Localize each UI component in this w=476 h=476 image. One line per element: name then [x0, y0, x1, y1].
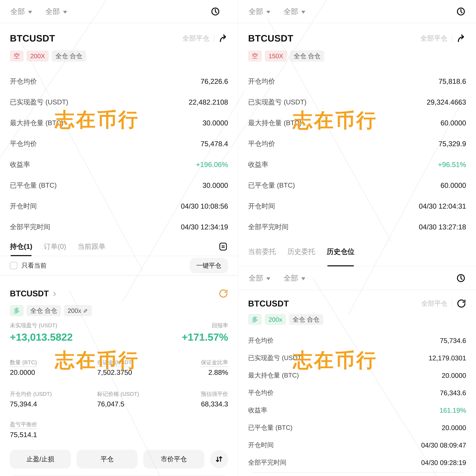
divider	[452, 35, 452, 42]
row-value: 76,226.6	[201, 77, 228, 85]
chevron-right-icon	[51, 291, 57, 297]
chevron-down-icon	[301, 11, 305, 14]
filter-symbol-dropdown[interactable]: 全部	[10, 7, 32, 17]
chevron-down-icon	[266, 11, 270, 14]
symbol-title: BTCUSDT	[248, 299, 289, 308]
row-label: 已实现盈亏 (USDT)	[248, 354, 304, 362]
share-icon[interactable]	[457, 34, 466, 43]
row-label: 最大持仓量 (BTC)	[248, 119, 302, 127]
close-all-label: 全部平仓	[421, 34, 447, 43]
roi-value: +171.57%	[182, 331, 228, 343]
refresh-icon[interactable]	[457, 299, 466, 308]
close-all-label: 全部平仓	[421, 299, 447, 308]
row-close-time: 全部平完时间 04/30 13:27:18	[248, 217, 466, 237]
mark-price-label: 标记价格 (USDT)	[97, 391, 139, 397]
row-value: 161.19%	[440, 406, 466, 414]
row-label: 开仓均价	[248, 77, 275, 86]
row-value: 60.0000	[441, 119, 466, 127]
tab-orders[interactable]: 订单(0)	[44, 237, 66, 256]
margin-ratio-value: 2.88%	[169, 368, 228, 376]
close-all-positions-button[interactable]: 一键平仓	[189, 258, 228, 273]
row-label: 收益率	[10, 160, 30, 169]
tab-order-history[interactable]: 历史委托	[287, 237, 315, 266]
divider	[13, 475, 225, 476]
row-value: 04/30 08:09:47	[421, 441, 466, 449]
position-history-card-2: BTCUSDT 全部平仓 多 200x 全仓 合仓 开仓均价 75,734.6 …	[238, 290, 476, 473]
row-max-position: 最大持仓量 (BTC) 20.0000	[248, 367, 466, 384]
filter-type-dropdown[interactable]: 全部	[45, 7, 67, 17]
right-top-filter-bar: 全部 全部	[238, 0, 476, 23]
row-roi: 收益率 +196.06%	[10, 154, 228, 175]
long-side-badge: 多	[248, 314, 262, 325]
chevron-down-icon	[63, 11, 67, 14]
filter-symbol-dropdown[interactable]: 全部	[249, 273, 270, 283]
margin-label: 保证金 (USDT)	[97, 359, 134, 367]
market-close-button[interactable]: 市价平仓	[143, 450, 204, 469]
history-clock-icon[interactable]	[456, 7, 466, 16]
tab-copy-trading[interactable]: 当前跟单	[78, 237, 105, 256]
row-open-time: 开仓时间 04/30 12:04:31	[248, 196, 466, 217]
leverage-badge[interactable]: 200x	[64, 305, 92, 316]
row-avg-open-price: 开仓均价 76,226.6	[10, 71, 228, 92]
filter-symbol-dropdown[interactable]: 全部	[249, 7, 270, 17]
filter-label: 全部	[284, 7, 298, 17]
chevron-down-icon	[28, 11, 32, 14]
position-filter-bar: 只看当前 一键平仓	[0, 256, 238, 275]
row-value: 22,482.2108	[189, 98, 228, 106]
row-value: 30.0000	[203, 181, 228, 189]
margin-mode-badge: 全仓 合仓	[289, 314, 323, 325]
row-label: 开仓均价	[10, 77, 37, 86]
history-clock-icon[interactable]	[211, 7, 220, 16]
row-roi: 收益率 +96.51%	[248, 154, 466, 175]
history-clock-icon[interactable]	[456, 273, 466, 283]
row-close-time: 全部平完时间 04/30 12:34:19	[10, 217, 228, 237]
row-label: 全部平完时间	[248, 222, 289, 232]
qty-label: 数量 (BTC)	[10, 359, 37, 367]
refresh-icon[interactable]	[219, 289, 228, 298]
tab-position-history[interactable]: 历史仓位	[327, 237, 355, 266]
row-label: 最大持仓量 (BTC)	[10, 119, 64, 127]
row-realized-pnl: 已实现盈亏 (USDT) 12,179.0301	[248, 349, 466, 367]
symbol-title[interactable]: BTCUSDT	[10, 289, 49, 298]
row-label: 已实现盈亏 (USDT)	[248, 98, 306, 107]
qty-value: 20.0000	[10, 368, 97, 376]
row-value: 75,329.9	[439, 140, 466, 148]
long-side-badge: 多	[10, 305, 24, 316]
row-avg-close-price: 平仓均价 75,329.9	[248, 133, 466, 154]
symbol-title: BTCUSDT	[248, 33, 293, 44]
filter-type-dropdown[interactable]: 全部	[284, 7, 305, 17]
reverse-position-button[interactable]	[210, 450, 228, 468]
only-current-checkbox[interactable]	[10, 262, 17, 269]
close-all-label: 全部平仓	[183, 34, 209, 43]
leverage-badge: 150X	[265, 51, 287, 62]
chevron-down-icon	[266, 277, 270, 280]
filter-type-dropdown[interactable]: 全部	[284, 273, 305, 283]
row-value: 20.0000	[442, 424, 466, 432]
row-value: 04/30 09:28:19	[421, 459, 466, 466]
row-label: 最大持仓量 (BTC)	[248, 371, 299, 380]
share-icon[interactable]	[219, 34, 228, 43]
tab-open-orders[interactable]: 当前委托	[248, 237, 276, 266]
tp-sl-button[interactable]: 止盈/止损	[10, 450, 71, 469]
chevron-down-icon	[301, 277, 305, 280]
row-value: 04/30 13:27:18	[419, 223, 466, 231]
breakeven-value: 75,514.1	[10, 431, 37, 439]
margin-mode-badge: 全仓 合仓	[52, 51, 86, 62]
row-label: 平仓均价	[248, 389, 274, 397]
row-label: 开仓时间	[10, 202, 37, 211]
short-side-badge: 空	[248, 51, 262, 62]
row-label: 平仓均价	[10, 139, 37, 148]
leverage-badge: 200X	[27, 51, 49, 62]
row-label: 全部平完时间	[248, 458, 287, 467]
margin-mode-badge: 全仓 合仓	[27, 305, 61, 316]
tab-positions[interactable]: 持仓(1)	[10, 237, 32, 256]
filter-label: 全部	[45, 7, 60, 17]
close-position-button[interactable]: 平仓	[77, 450, 137, 469]
row-label: 收益率	[248, 406, 267, 414]
row-value: 12,179.0301	[429, 354, 466, 362]
ledger-list-icon[interactable]	[218, 242, 228, 252]
divider	[251, 472, 463, 473]
row-value: 04/30 12:34:19	[181, 223, 228, 231]
row-label: 开仓均价	[248, 336, 274, 345]
margin-mode-badge: 全仓 合仓	[290, 51, 324, 62]
